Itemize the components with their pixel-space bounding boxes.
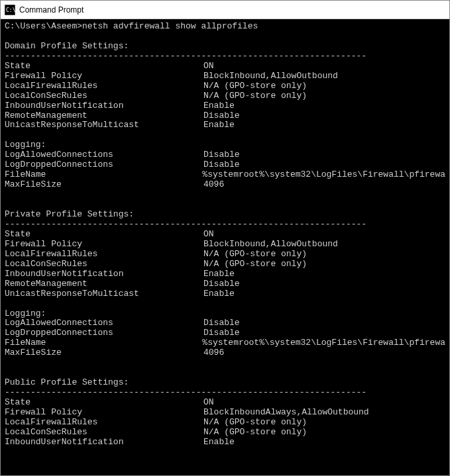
kv-value: N/A (GPO-store only) [203,418,307,428]
cmd-icon: C:\ [5,5,15,15]
kv-row: UnicastResponseToMulticastEnable [5,120,445,130]
kv-key: LogDroppedConnections [5,160,203,170]
kv-key: RemoteManagement [5,279,203,289]
kv-value: %systemroot%\system32\LogFiles\Firewall\… [202,170,445,180]
kv-row: StateON [5,398,445,408]
kv-key: UnicastResponseToMulticast [5,120,203,130]
kv-row: LocalFirewallRulesN/A (GPO-store only) [5,250,445,260]
kv-row: UnicastResponseToMulticastEnable [5,289,445,299]
kv-row: LocalFirewallRulesN/A (GPO-store only) [5,418,445,428]
kv-row: LocalConSecRulesN/A (GPO-store only) [5,260,445,269]
kv-value: ON [203,230,214,240]
kv-key: State [5,230,203,240]
kv-key: InboundUserNotification [5,101,203,111]
kv-key: LocalFirewallRules [5,418,203,428]
kv-value: N/A (GPO-store only) [203,250,307,260]
kv-row: LocalConSecRulesN/A (GPO-store only) [5,91,445,101]
svg-text:C:\: C:\ [6,7,15,13]
blank-line [5,32,445,42]
terminal-output[interactable]: C:\Users\Aseem>netsh advfirewall show al… [1,19,449,475]
kv-value: ON [203,62,214,71]
profile-title: Public Profile Settings: [5,378,445,388]
kv-key: InboundUserNotification [5,438,203,448]
kv-row: FileName%systemroot%\system32\LogFiles\F… [5,338,445,348]
kv-row: LogAllowedConnectionsDisable [5,318,445,328]
separator: ----------------------------------------… [5,388,445,398]
kv-value: Disable [203,328,240,338]
blank-line [5,190,445,200]
kv-row: InboundUserNotificationEnable [5,269,445,279]
kv-key: LocalConSecRules [5,260,203,269]
profile-title: Domain Profile Settings: [5,42,445,52]
kv-value: 4096 [203,348,224,358]
kv-row: RemoteManagementDisable [5,279,445,289]
kv-key: FileName [5,170,202,180]
kv-key: FileName [5,338,202,348]
kv-key: RemoteManagement [5,111,203,121]
kv-row: MaxFileSize4096 [5,180,445,190]
kv-key: LocalFirewallRules [5,250,203,260]
blank-line [5,130,445,140]
kv-key: State [5,398,203,408]
profile-title: Private Profile Settings: [5,210,445,220]
kv-value: Enable [203,269,235,279]
kv-value: Enable [203,438,235,448]
logging-title: Logging: [5,309,445,319]
kv-key: LocalFirewallRules [5,81,203,91]
kv-key: LocalConSecRules [5,428,203,438]
kv-value: N/A (GPO-store only) [203,260,307,269]
kv-value: N/A (GPO-store only) [203,91,307,101]
kv-value: BlockInbound,AllowOutbound [203,71,338,81]
kv-value: N/A (GPO-store only) [203,81,307,91]
blank-line [5,448,445,457]
kv-row: InboundUserNotificationEnable [5,101,445,111]
kv-row: Firewall PolicyBlockInbound,AllowOutboun… [5,240,445,250]
separator: ----------------------------------------… [5,220,445,230]
blank-line [5,200,445,210]
kv-key: State [5,62,203,71]
kv-value: BlockInboundAlways,AllowOutbound [203,408,369,418]
logging-title: Logging: [5,140,445,150]
blank-line [5,368,445,378]
window-title: Command Prompt [19,5,84,15]
blank-line [5,299,445,309]
kv-row: StateON [5,62,445,71]
kv-value: 4096 [203,180,224,190]
kv-value: BlockInbound,AllowOutbound [203,240,338,250]
kv-value: Enable [203,101,235,111]
kv-row: LogDroppedConnectionsDisable [5,328,445,338]
kv-key: Firewall Policy [5,240,203,250]
blank-line [5,358,445,368]
window-frame: C:\ Command Prompt C:\Users\Aseem>netsh … [0,0,450,476]
kv-row: RemoteManagementDisable [5,111,445,121]
kv-value: Disable [203,279,240,289]
titlebar[interactable]: C:\ Command Prompt [1,1,449,19]
kv-key: MaxFileSize [5,348,203,358]
kv-key: InboundUserNotification [5,269,203,279]
kv-row: StateON [5,230,445,240]
kv-value: Enable [203,289,235,299]
kv-row: FileName%systemroot%\system32\LogFiles\F… [5,170,445,180]
kv-row: LocalConSecRulesN/A (GPO-store only) [5,428,445,438]
kv-row: Firewall PolicyBlockInboundAlways,AllowO… [5,408,445,418]
kv-value: ON [203,398,214,408]
kv-row: Firewall PolicyBlockInbound,AllowOutboun… [5,71,445,81]
kv-key: MaxFileSize [5,180,203,190]
kv-value: %systemroot%\system32\LogFiles\Firewall\… [202,338,445,348]
kv-key: LogAllowedConnections [5,150,203,160]
kv-value: Disable [203,160,240,170]
kv-value: N/A (GPO-store only) [203,428,307,438]
kv-row: MaxFileSize4096 [5,348,445,358]
kv-key: Firewall Policy [5,408,203,418]
kv-row: LogAllowedConnectionsDisable [5,150,445,160]
kv-key: LogDroppedConnections [5,328,203,338]
kv-value: Disable [203,150,240,160]
kv-row: InboundUserNotificationEnable [5,438,445,448]
kv-value: Enable [203,120,235,130]
prompt-line: C:\Users\Aseem>netsh advfirewall show al… [5,22,445,32]
kv-key: Firewall Policy [5,71,203,81]
kv-key: LocalConSecRules [5,91,203,101]
kv-key: LogAllowedConnections [5,318,203,328]
kv-key: UnicastResponseToMulticast [5,289,203,299]
kv-value: Disable [203,111,240,121]
